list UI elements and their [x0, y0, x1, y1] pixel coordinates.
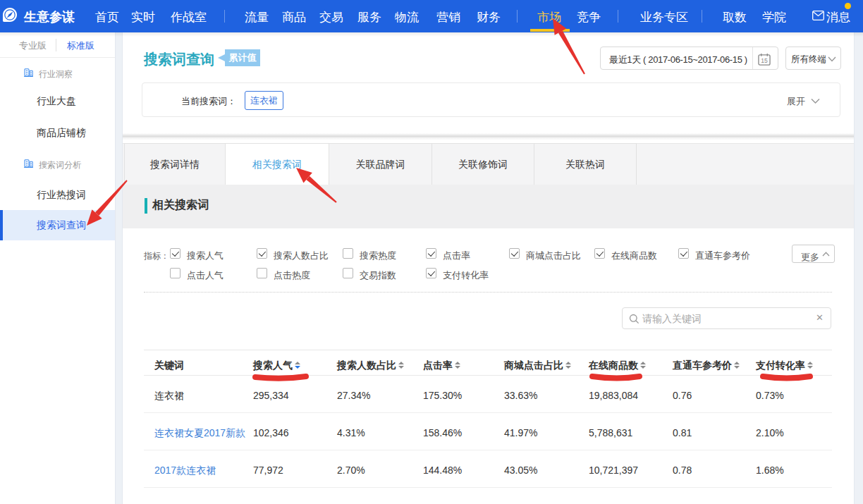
- svg-text:15: 15: [761, 57, 768, 64]
